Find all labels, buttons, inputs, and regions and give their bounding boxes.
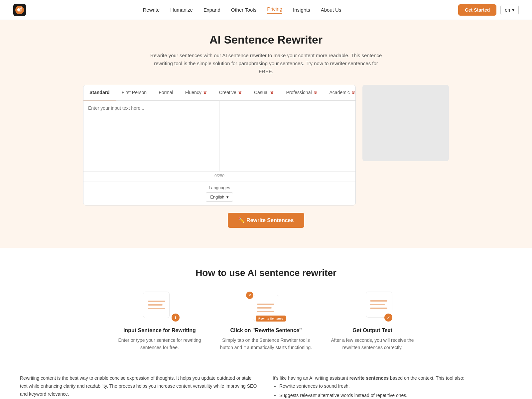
step-1-doc xyxy=(143,292,170,318)
step-2-title: Click on "Rewrite Sentence" xyxy=(219,328,313,333)
step-2-desc: Simply tap on the Sentence Rewriter tool… xyxy=(219,337,313,351)
rewrite-sentences-button[interactable]: ✏️ Rewrite Sentences xyxy=(228,213,305,228)
how-to-section: How to use AI sentence rewriter i Input … xyxy=(0,248,532,368)
chevron-down-icon: ▾ xyxy=(226,195,229,200)
nav-right: Get Started en ▾ xyxy=(458,4,519,16)
doc-line-1 xyxy=(370,300,387,302)
bottom-right-list: Rewrite sentences to sound fresh. Sugges… xyxy=(273,382,512,399)
output-pane xyxy=(220,101,356,171)
svg-point-2 xyxy=(20,7,22,9)
bottom-right-intro: It's like having an AI writing assistant… xyxy=(273,374,512,382)
bottom-left-para: Rewriting content is the best way to ena… xyxy=(20,374,259,398)
bottom-content: Rewriting content is the best way to ena… xyxy=(0,368,532,399)
crown-icon-creative: ♛ xyxy=(238,90,242,95)
list-item: Rewrite sentences to sound fresh. xyxy=(279,382,512,390)
step-2: ✕ Rewrite Sentence Click on "Rewrite Sen… xyxy=(219,292,313,351)
nav-rewrite[interactable]: Rewrite xyxy=(143,7,160,13)
languages-label: Languages xyxy=(88,185,351,190)
tab-professional[interactable]: Professional ♛ xyxy=(280,85,323,100)
tool-wrapper: Standard First Person Formal Fluency ♛ C… xyxy=(83,85,449,205)
lang-label: en xyxy=(505,7,510,13)
get-started-button[interactable]: Get Started xyxy=(458,4,496,16)
nav-about-us[interactable]: About Us xyxy=(321,7,341,13)
step-1-desc: Enter or type your sentence for rewritin… xyxy=(113,337,206,351)
tab-creative[interactable]: Creative ♛ xyxy=(213,85,248,100)
language-dropdown[interactable]: English ▾ xyxy=(206,192,233,202)
tab-academic[interactable]: Academic ♛ xyxy=(324,85,355,100)
crown-icon-casual: ♛ xyxy=(270,90,274,95)
nav-expand[interactable]: Expand xyxy=(203,7,220,13)
step-1-title: Input Sentence for Rewriting xyxy=(113,328,206,333)
step-1-badge: i xyxy=(172,314,180,322)
step-3-title: Get Output Text xyxy=(326,328,419,333)
nav-pricing[interactable]: Pricing xyxy=(267,6,282,14)
doc-line-1 xyxy=(148,301,165,302)
text-area-wrap xyxy=(83,101,355,171)
page-title: AI Sentence Rewriter xyxy=(7,33,525,46)
tab-first-person[interactable]: First Person xyxy=(116,85,153,100)
doc-line-1 xyxy=(257,304,274,305)
how-to-title: How to use AI sentence rewriter xyxy=(7,268,525,278)
crown-icon: ♛ xyxy=(203,90,207,95)
selected-language: English xyxy=(210,195,224,200)
logo[interactable] xyxy=(13,4,26,16)
doc-line-2 xyxy=(370,304,385,305)
step-3-check-icon: ✓ xyxy=(384,314,392,322)
doc-line-3 xyxy=(370,308,387,309)
nav-insights[interactable]: Insights xyxy=(293,7,310,13)
doc-line-3 xyxy=(257,311,274,312)
list-item: Suggests relevant alternative words inst… xyxy=(279,392,512,399)
language-selector[interactable]: en ▾ xyxy=(500,5,519,15)
nav-links: Rewrite Humanize Expand Other Tools Pric… xyxy=(143,6,341,14)
tab-formal[interactable]: Formal xyxy=(153,85,179,100)
bottom-left: Rewriting content is the best way to ena… xyxy=(20,374,259,399)
char-count: 0/250 xyxy=(83,171,355,182)
rewrite-button-wrap: ✏️ Rewrite Sentences xyxy=(7,213,525,228)
nav-other-tools[interactable]: Other Tools xyxy=(231,7,256,13)
hero-section: AI Sentence Rewriter Rewrite your senten… xyxy=(0,20,532,248)
tab-standard[interactable]: Standard xyxy=(83,85,116,100)
doc-line-2 xyxy=(257,307,272,309)
step-1-icon: i xyxy=(140,292,180,322)
crown-icon-academic: ♛ xyxy=(351,90,355,95)
hero-subtitle: Rewrite your sentences with our AI sente… xyxy=(150,52,382,75)
navbar: Rewrite Humanize Expand Other Tools Pric… xyxy=(0,0,532,20)
ad-placeholder xyxy=(362,85,449,161)
mode-tabs: Standard First Person Formal Fluency ♛ C… xyxy=(83,85,355,101)
step-2-check-icon: ✕ xyxy=(246,292,253,299)
crown-icon-professional: ♛ xyxy=(314,90,318,95)
rewrite-btn-overlay: Rewrite Sentence xyxy=(256,316,286,322)
step-3: ✓ Get Output Text After a few seconds, y… xyxy=(326,292,419,351)
nav-humanize[interactable]: Humanize xyxy=(170,7,193,13)
tool-main: Standard First Person Formal Fluency ♛ C… xyxy=(83,85,356,205)
step-1: i Input Sentence for Rewriting Enter or … xyxy=(113,292,206,351)
steps-container: i Input Sentence for Rewriting Enter or … xyxy=(106,292,426,351)
tab-fluency[interactable]: Fluency ♛ xyxy=(179,85,213,100)
step-3-desc: After a few seconds, you will receive th… xyxy=(326,337,419,351)
chevron-down-icon: ▾ xyxy=(512,7,514,13)
input-textarea[interactable] xyxy=(88,105,215,165)
step-3-icon: ✓ xyxy=(352,292,392,322)
step-2-icon: ✕ Rewrite Sentence xyxy=(246,292,286,322)
language-bar: Languages English ▾ xyxy=(83,182,355,205)
doc-line-2 xyxy=(148,304,163,306)
doc-line-3 xyxy=(148,308,165,309)
svg-point-1 xyxy=(17,8,20,11)
tab-casual[interactable]: Casual ♛ xyxy=(248,85,280,100)
bottom-right: It's like having an AI writing assistant… xyxy=(273,374,512,399)
input-pane xyxy=(83,101,220,171)
